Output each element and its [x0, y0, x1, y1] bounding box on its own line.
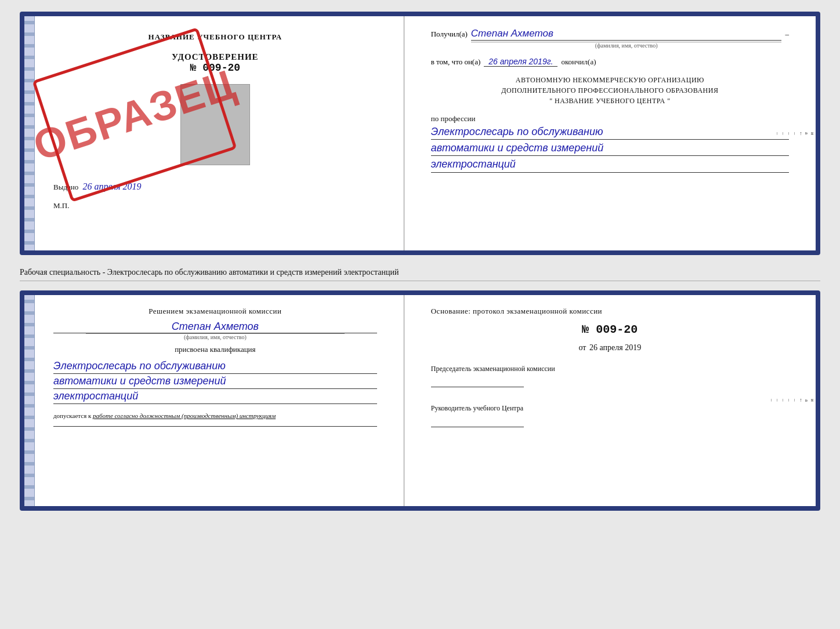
blabel-arrow: ← [798, 398, 804, 403]
udostoverenie-number: № 009-20 [172, 62, 259, 74]
dopuskaetsya-value: работе согласно должностным (производств… [93, 412, 276, 419]
komissia-name: Степан Ахметов [53, 321, 377, 333]
dopuskaetsya-row: допускается к работе согласно должностны… [53, 412, 377, 419]
label-dash4: – [775, 132, 781, 135]
org-line2: ДОПОЛНИТЕЛЬНОГО ПРОФЕССИОНАЛЬНОГО ОБРАЗО… [431, 85, 789, 96]
poluchil-row: Получил(а) Степан Ахметов (фамилия, имя,… [431, 28, 789, 49]
photo-placeholder [180, 84, 250, 165]
protocol-num: № 009-20 [431, 323, 789, 336]
bottom-right-panel: Основание: протокол экзаменационной коми… [404, 295, 816, 506]
poluchil-label: Получил(а) [431, 30, 468, 39]
blabel-dash4: – [775, 399, 781, 402]
label-i: и [810, 132, 816, 135]
top-left-panel: НАЗВАНИЕ УЧЕБНОГО ЦЕНТРА УДОСТОВЕРЕНИЕ №… [24, 16, 404, 250]
osnovanie-text: Основание: протокол экзаменационной коми… [431, 307, 789, 316]
kval-line1: Электрослесарь по обслуживанию [53, 359, 377, 374]
blabel-i: и [810, 399, 816, 402]
profession-line1: Электрослесарь по обслуживанию [431, 125, 789, 140]
top-document: НАЗВАНИЕ УЧЕБНОГО ЦЕНТРА УДОСТОВЕРЕНИЕ №… [20, 12, 820, 255]
kval-line2: автоматики и средств измерений [53, 374, 377, 389]
vydano-label: Выдано [53, 183, 78, 191]
blabel-a: а [804, 399, 810, 402]
predsedatel-block: Председатель экзаменационной комиссии [431, 364, 789, 392]
fio-subtitle-bottom: (фамилия, имя, отчество) [86, 333, 345, 340]
label-dash3: – [781, 132, 787, 135]
vydano-date: 26 апреля 2019 [83, 181, 142, 191]
okonchil-label: окончил(а) [561, 57, 596, 67]
fio-subtitle-top: (фамилия, имя, отчество) [471, 42, 782, 49]
profession-line3: электростанций [431, 157, 789, 172]
rukovoditel-signature-line [431, 416, 524, 427]
org-block: АВТОНОМНУЮ НЕКОММЕРЧЕСКУЮ ОРГАНИЗАЦИЮ ДО… [431, 75, 789, 106]
dopuskaetsya-label: допускается к [53, 412, 91, 419]
profession-line2: автоматики и средств измерений [431, 141, 789, 156]
predsedatel-signature-line [431, 376, 524, 387]
right-side-labels-bottom: и а ← – – – – – [805, 295, 816, 506]
school-name-top: НАЗВАНИЕ УЧЕБНОГО ЦЕНТРА [149, 32, 283, 42]
rukovoditel-block: Руководитель учебного Центра [431, 403, 789, 432]
vydano-row: Выдано 26 апреля 2019 [53, 181, 377, 192]
kval-block: Электрослесарь по обслуживанию автоматик… [53, 359, 377, 405]
kval-line3: электростанций [53, 389, 377, 404]
blabel-dash2: – [787, 399, 792, 402]
rukovoditel-label: Руководитель учебного Центра [431, 403, 789, 413]
ot-date: от 26 апреля 2019 [431, 343, 789, 352]
bottom-left-panel: Решением экзаменационной комиссии Степан… [24, 295, 404, 506]
org-line1: АВТОНОМНУЮ НЕКОММЕРЧЕСКУЮ ОРГАНИЗАЦИЮ [431, 75, 789, 85]
ot-label: от [579, 343, 586, 352]
right-side-labels-top: и а ← – – – – [805, 16, 816, 250]
left-decorative-strip [24, 16, 35, 250]
blabel-dash5: – [769, 399, 775, 402]
date-value-bottom: 26 апреля 2019 [589, 343, 641, 352]
label-dash1: – [792, 132, 798, 135]
dash-top: – [785, 30, 789, 39]
left-decorative-strip-bottom [24, 295, 35, 506]
mp-row: М.П. [53, 201, 377, 210]
vtom-date: 26 апреля 2019г. [484, 57, 557, 67]
resheniem-text: Решением экзаменационной комиссии [53, 307, 377, 316]
poluchil-name: Степан Ахметов [471, 28, 782, 41]
vtom-row: в том, что он(а) 26 апреля 2019г. окончи… [431, 57, 789, 67]
label-a: а [804, 132, 810, 134]
label-dash2: – [787, 132, 792, 135]
label-arrow: ← [798, 131, 804, 136]
org-line3: " НАЗВАНИЕ УЧЕБНОГО ЦЕНТРА " [431, 96, 789, 106]
udostoverenie-label: УДОСТОВЕРЕНИЕ [172, 52, 259, 62]
bottom-document: Решением экзаменационной комиссии Степан… [20, 290, 820, 511]
blabel-dash1: – [792, 399, 798, 402]
blabel-dash3: – [781, 399, 787, 402]
specialty-text: Рабочая специальность - Электрослесарь п… [20, 264, 820, 281]
top-right-panel: Получил(а) Степан Ахметов (фамилия, имя,… [404, 16, 816, 250]
predsedatel-label: Председатель экзаменационной комиссии [431, 364, 789, 374]
po-professii-block: по профессии Электрослесарь по обслужива… [431, 114, 789, 173]
udostoverenie-block: УДОСТОВЕРЕНИЕ № 009-20 [172, 52, 259, 74]
prisvoen-label: присвоена квалификация [53, 345, 377, 354]
vtom-label: в том, что он(а) [431, 57, 481, 67]
po-professii-label: по профессии [431, 114, 789, 123]
